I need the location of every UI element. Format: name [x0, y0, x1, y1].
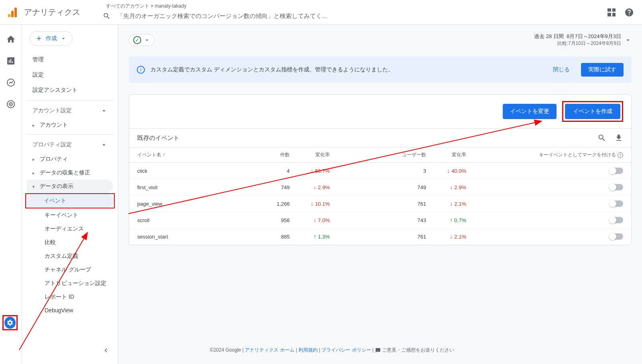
table-row[interactable]: session_start885↑1.3%761↓2.1%	[129, 229, 631, 245]
table-title: 既存のイベント	[137, 134, 179, 142]
nav-data-display[interactable]: ▾データの表示	[27, 180, 113, 193]
info-banner: i カスタム定義でカスタム ディメンションとカスタム指標を作成、管理できるように…	[129, 57, 632, 83]
download-icon[interactable]	[614, 133, 623, 142]
gear-icon	[6, 319, 14, 326]
chevron-down-icon	[144, 37, 150, 43]
key-event-toggle[interactable]	[609, 233, 623, 240]
search-input[interactable]: 「先月のオーガニック検索でのコンバージョン数の傾向」と検索してみてく…	[96, 10, 369, 22]
feedback-icon	[375, 348, 381, 353]
main-content: ✓ 過去 28 日間 8月7日～2024年9月3日 比較:7月10日～2024年…	[118, 25, 642, 364]
nav-settings[interactable]: 設定	[27, 67, 113, 83]
chevron-up-icon	[100, 141, 108, 148]
nav-custom-definitions[interactable]: カスタム定義	[27, 249, 113, 263]
nav-data-collection[interactable]: ▸データの収集と修正	[27, 166, 113, 180]
home-icon[interactable]	[6, 34, 16, 44]
events-table: イベント名 ↑ 件数 変化率 ユーザー数 変化率 キーイベントとしてマークを付け…	[129, 147, 631, 245]
help-icon[interactable]	[624, 8, 634, 17]
help-icon[interactable]: ?	[618, 152, 623, 158]
nav-compare[interactable]: 比較	[27, 236, 113, 249]
footer-privacy-link[interactable]: プライバシー ポリシー	[321, 347, 371, 353]
app-header: アナリティクス すべてのアカウント > manaty-takady 「先月のオー…	[0, 0, 642, 25]
check-icon: ✓	[133, 36, 141, 44]
chevron-down-icon	[624, 36, 632, 44]
search-icon[interactable]	[597, 133, 606, 142]
nav-setup-assistant[interactable]: 設定アシスタント	[27, 83, 113, 98]
apps-icon[interactable]	[607, 8, 616, 16]
key-event-toggle[interactable]	[609, 184, 623, 190]
app-title: アナリティクス	[24, 7, 80, 18]
table-row[interactable]: scroll956↓7.0%743↑0.7%	[129, 212, 631, 229]
nav-report-id[interactable]: レポート ID	[27, 290, 113, 304]
nav-admin[interactable]: 管理	[27, 52, 113, 67]
nav-property-settings[interactable]: プロパティ設定	[27, 137, 113, 152]
date-range-picker[interactable]: 過去 28 日間 8月7日～2024年9月3日 比較:7月10日～2024年8月…	[534, 33, 632, 47]
admin-sidebar: 作成 管理 設定 設定アシスタント アカウント設定 ▸アカウント プロパティ設定…	[22, 25, 118, 364]
modify-event-button[interactable]: イベントを変更	[503, 104, 557, 119]
explore-icon[interactable]	[6, 78, 16, 87]
ga-logo-icon	[8, 8, 18, 17]
nav-debugview[interactable]: DebugView	[27, 304, 113, 317]
nav-key-events[interactable]: キーイベント	[27, 208, 113, 222]
info-icon: i	[137, 66, 145, 74]
create-event-button[interactable]: イベントを作成	[565, 104, 620, 119]
svg-point-3	[10, 104, 12, 105]
footer-home-link[interactable]: アナリティクス ホーム	[245, 347, 294, 353]
create-button[interactable]: 作成	[29, 31, 73, 46]
nav-property[interactable]: ▸プロパティ	[27, 152, 113, 166]
nav-audiences[interactable]: オーディエンス	[27, 222, 113, 236]
key-event-toggle[interactable]	[609, 217, 623, 223]
chevron-down-icon	[60, 35, 67, 42]
footer: ©2024 Google | アナリティクス ホーム | 利用規約 | プライバ…	[22, 339, 642, 362]
search-icon	[103, 12, 111, 20]
nav-account[interactable]: ▸アカウント	[27, 118, 113, 132]
table-row[interactable]: first_visit749↓2.9%749↓2.9%	[129, 179, 631, 196]
key-event-toggle[interactable]	[609, 200, 623, 207]
banner-close-button[interactable]: 閉じる	[547, 63, 575, 77]
create-event-highlight: イベントを作成	[562, 101, 623, 122]
status-pill[interactable]: ✓	[129, 34, 154, 46]
advertising-icon[interactable]	[6, 99, 16, 109]
nav-channel-groups[interactable]: チャネル グループ	[27, 263, 113, 277]
key-event-toggle[interactable]	[609, 168, 623, 174]
reports-icon[interactable]	[6, 56, 16, 66]
nav-attribution[interactable]: アトリビューション設定	[27, 277, 113, 290]
admin-button[interactable]	[4, 317, 16, 329]
breadcrumb[interactable]: すべてのアカウント > manaty-takady	[96, 3, 607, 10]
chevron-up-icon	[100, 107, 108, 114]
banner-try-button[interactable]: 実際に試す	[581, 63, 624, 77]
nav-account-settings[interactable]: アカウント設定	[27, 103, 113, 118]
nav-events[interactable]: イベント	[26, 194, 114, 208]
footer-terms-link[interactable]: 利用規約	[299, 347, 318, 353]
admin-gear-highlight	[2, 315, 18, 330]
nav-rail	[0, 25, 22, 364]
events-card: イベントを変更 イベントを作成 既存のイベント イベント名 ↑ 件数 変化率 ユ…	[129, 94, 632, 245]
plus-icon	[35, 35, 43, 42]
table-row[interactable]: click4↓66.7%3↓40.0%	[129, 163, 631, 179]
table-row[interactable]: page_view1,266↓10.1%761↓2.1%	[129, 196, 631, 212]
